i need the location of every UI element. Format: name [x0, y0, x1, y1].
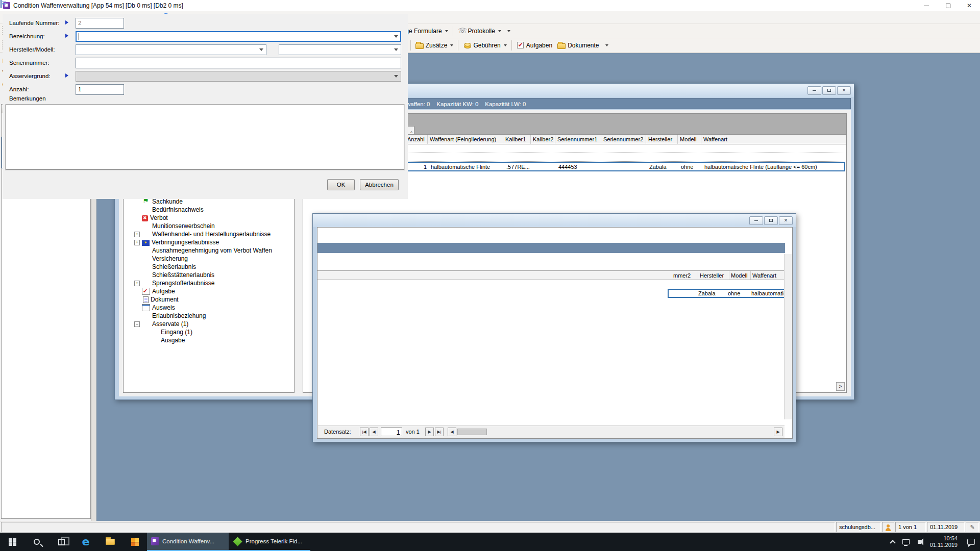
next-record-button[interactable]: ▶	[425, 428, 434, 436]
scrollbar-thumb[interactable]	[457, 429, 487, 435]
column-hersteller[interactable]: Hersteller	[698, 271, 729, 280]
abbrechen-button[interactable]: Abbrechen	[360, 179, 399, 190]
chevron-down-icon[interactable]	[392, 72, 400, 81]
scroll-right-button[interactable]: ▶	[774, 428, 782, 436]
minimize-button[interactable]	[916, 0, 937, 11]
toolbar-overflow-button[interactable]	[504, 29, 513, 34]
ok-button[interactable]: OK	[327, 179, 355, 190]
aufgaben-button[interactable]: Aufgaben	[514, 40, 555, 51]
column-seriennummer2[interactable]: mmer2	[672, 271, 698, 280]
tree-item[interactable]: −Asservate (1)	[124, 320, 294, 328]
bezeichnung-row: Bezeichnung:	[3, 31, 408, 42]
minimize-button[interactable]	[807, 86, 821, 95]
tree-item[interactable]: +Sprengstofferlaubnisse	[124, 279, 294, 287]
bezeichnung-combobox[interactable]	[76, 31, 401, 42]
tree-item[interactable]: Dokument	[124, 295, 294, 304]
pinned-app-button[interactable]	[122, 533, 147, 551]
expand-icon[interactable]: +	[134, 240, 140, 245]
file-explorer-button[interactable]	[98, 533, 122, 551]
laufende-nummer-input[interactable]: 2	[76, 18, 124, 29]
search-button[interactable]	[24, 533, 49, 551]
vertical-scrollbar[interactable]	[784, 254, 792, 419]
scroll-left-button[interactable]: ◀	[448, 428, 456, 436]
taskbar-clock[interactable]: 10:54 01.11.2019	[926, 535, 962, 548]
tree-item[interactable]: Versicherung	[124, 255, 294, 263]
tree-item[interactable]: Munitionserwerbschein	[124, 222, 294, 230]
tree-icon-slot	[151, 329, 159, 336]
minimize-button[interactable]	[749, 216, 763, 225]
expand-icon[interactable]: +	[134, 232, 140, 237]
column-header-kaliber1[interactable]: Kaliber1	[503, 135, 531, 144]
app-title: Condition Waffenverwaltung [App 54 ms] […	[13, 2, 183, 9]
tree-icon-slot	[142, 280, 150, 287]
tree-item[interactable]: +Waffenhandel- und Herstellungserlaubnis…	[124, 230, 294, 238]
zusätze-button[interactable]: Zusätze	[413, 40, 456, 51]
column-header-anzahl[interactable]: Anzahl	[405, 135, 428, 144]
tree-item[interactable]: Bedürfnisnachweis	[124, 206, 294, 214]
tree-item[interactable]: Ausweis	[124, 304, 294, 312]
folder-icon	[106, 539, 115, 545]
start-button[interactable]	[0, 533, 24, 551]
tree-item[interactable]: Aufgabe	[124, 287, 294, 295]
chevron-down-icon[interactable]	[392, 32, 400, 41]
hersteller-combobox[interactable]	[76, 44, 266, 55]
documents-folder-icon	[557, 43, 566, 49]
close-button[interactable]: ✕	[959, 0, 980, 11]
tree-indent	[134, 199, 140, 205]
close-button[interactable]: ✕	[779, 216, 793, 225]
show-hidden-icons-button[interactable]	[886, 533, 899, 551]
laufende-nummer-label: Laufende Nummer:	[9, 20, 59, 26]
column-header-waffenart-feingliederung-[interactable]: Waffenart (Feingliederung)	[428, 135, 503, 144]
anzahl-input[interactable]: 1	[76, 84, 124, 95]
tree-item[interactable]: Erlaubnisbeziehung	[124, 312, 294, 320]
restore-button[interactable]	[764, 216, 778, 225]
tree-item[interactable]: Schießstättenerlaubnis	[124, 271, 294, 279]
maximize-button[interactable]	[937, 0, 959, 11]
taskbar-app-condition[interactable]: Condition Waffenv...	[147, 533, 229, 551]
column-header-hersteller[interactable]: Hersteller	[646, 135, 678, 144]
previous-record-button[interactable]: ◀	[370, 428, 378, 436]
task-view-button[interactable]	[49, 533, 74, 551]
column-waffenart[interactable]: Waffenart	[751, 271, 785, 280]
protocol-icon	[458, 27, 466, 35]
tree-item[interactable]: Ausgabe	[124, 336, 294, 344]
tree-item[interactable]: Ausnahmegenehmigung vom Verbot Waffen	[124, 246, 294, 255]
taskbar-app-telerik[interactable]: Progress Telerik Fid...	[229, 533, 310, 551]
column-header-modell[interactable]: Modell	[678, 135, 701, 144]
forbidden-icon	[142, 215, 148, 221]
record-number-input[interactable]	[381, 428, 402, 436]
scroll-right-button[interactable]: >	[836, 382, 845, 391]
modell-combobox[interactable]	[279, 44, 401, 55]
asservat-list-body: mmer2 Hersteller Modell Waffenart Zabala…	[317, 227, 793, 439]
first-record-button[interactable]: |◀	[360, 428, 369, 436]
expand-icon[interactable]: +	[134, 281, 140, 286]
restore-button[interactable]	[822, 86, 836, 95]
tree-item[interactable]: Eingang (1)	[124, 328, 294, 336]
desktop: Condition Waffenverwaltung [App 54 ms] […	[0, 0, 980, 551]
action-center-button[interactable]	[962, 533, 980, 551]
chevron-down-icon[interactable]	[392, 45, 400, 54]
asserviergrund-combobox[interactable]	[76, 71, 401, 82]
network-tray-button[interactable]	[899, 533, 913, 551]
toolbar-overflow-button[interactable]	[602, 43, 611, 48]
tree-item[interactable]: Schießerlaubnis	[124, 263, 294, 271]
last-record-button[interactable]: ▶|	[435, 428, 444, 436]
tree-item[interactable]: +Verbringungserlaubnisse	[124, 238, 294, 246]
close-button[interactable]: ✕	[837, 86, 851, 95]
column-header-kaliber2[interactable]: Kaliber2	[531, 135, 555, 144]
column-header-waffenart[interactable]: Waffenart	[701, 135, 847, 144]
chevron-down-icon[interactable]	[257, 45, 265, 54]
gebühren-button[interactable]: Gebühren	[460, 40, 509, 51]
tree-item[interactable]: Verbot	[124, 214, 294, 222]
collapse-icon[interactable]: −	[134, 321, 140, 327]
column-modell[interactable]: Modell	[729, 271, 751, 280]
asservat-list-selected-row[interactable]: Zabala ohne halbautomatis	[668, 289, 785, 298]
seriennummer-input[interactable]	[76, 58, 401, 68]
edge-button[interactable]: e	[74, 533, 98, 551]
bemerkungen-textarea[interactable]	[6, 105, 404, 170]
dokumente-button[interactable]: Dokumente	[555, 40, 601, 51]
column-header-seriennummer1[interactable]: Seriennummer1	[555, 135, 601, 144]
column-header-seriennummer2[interactable]: Seriennummer2	[601, 135, 646, 144]
protokolle-button[interactable]: Protokolle	[455, 26, 504, 37]
volume-tray-button[interactable]	[913, 533, 926, 551]
